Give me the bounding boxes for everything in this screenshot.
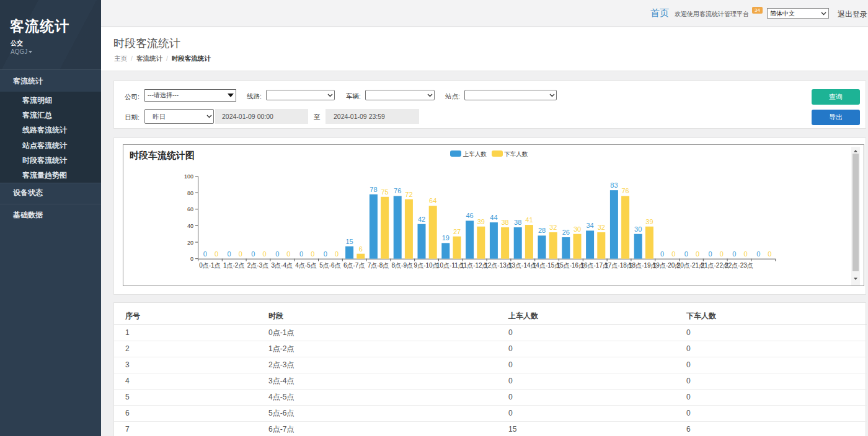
svg-text:60: 60 — [187, 206, 193, 212]
svg-text:26: 26 — [562, 229, 570, 236]
svg-text:0点-1点: 0点-1点 — [199, 262, 220, 269]
svg-text:0: 0 — [324, 250, 327, 258]
svg-text:83: 83 — [610, 181, 618, 189]
svg-text:76: 76 — [621, 187, 629, 194]
svg-text:34: 34 — [586, 222, 593, 229]
svg-text:38: 38 — [514, 219, 521, 226]
svg-text:27: 27 — [453, 228, 461, 235]
svg-text:0: 0 — [671, 250, 675, 258]
svg-text:0: 0 — [335, 250, 339, 258]
svg-text:0: 0 — [311, 250, 314, 258]
svg-text:6: 6 — [359, 245, 363, 253]
svg-text:2点-3点: 2点-3点 — [247, 262, 268, 269]
svg-text:76: 76 — [394, 187, 401, 194]
svg-text:0: 0 — [768, 250, 771, 258]
svg-text:44: 44 — [490, 214, 497, 221]
svg-text:0: 0 — [720, 250, 724, 258]
svg-text:41: 41 — [525, 216, 533, 224]
svg-text:0: 0 — [275, 250, 279, 258]
svg-text:0: 0 — [228, 250, 231, 258]
svg-text:0: 0 — [263, 250, 267, 258]
svg-text:0: 0 — [709, 250, 712, 258]
svg-text:78: 78 — [370, 186, 377, 193]
svg-text:0: 0 — [239, 250, 242, 258]
svg-text:20: 20 — [187, 240, 193, 246]
svg-text:3点-4点: 3点-4点 — [272, 262, 293, 269]
svg-text:22点-23点: 22点-23点 — [725, 262, 753, 269]
svg-text:80: 80 — [187, 190, 193, 196]
svg-text:72: 72 — [405, 191, 412, 198]
svg-text:7点-8点: 7点-8点 — [368, 262, 389, 269]
svg-text:75: 75 — [381, 188, 388, 196]
svg-text:0: 0 — [251, 250, 255, 258]
svg-text:28: 28 — [538, 227, 546, 234]
svg-text:5点-6点: 5点-6点 — [319, 262, 340, 269]
svg-text:19: 19 — [442, 234, 450, 242]
svg-text:0: 0 — [215, 250, 218, 258]
svg-text:0: 0 — [744, 250, 748, 258]
svg-text:0: 0 — [203, 250, 207, 258]
svg-text:39: 39 — [477, 218, 485, 225]
svg-text:6点-7点: 6点-7点 — [343, 262, 365, 269]
svg-text:15: 15 — [345, 238, 353, 245]
svg-text:0: 0 — [660, 250, 664, 258]
svg-text:0: 0 — [696, 250, 699, 258]
svg-text:8点-9点: 8点-9点 — [392, 262, 413, 269]
svg-text:42: 42 — [418, 216, 425, 223]
svg-text:39: 39 — [645, 218, 653, 225]
svg-text:40: 40 — [187, 223, 193, 229]
svg-text:64: 64 — [429, 197, 436, 204]
svg-text:46: 46 — [466, 212, 473, 219]
svg-text:100: 100 — [184, 173, 193, 180]
svg-text:0: 0 — [732, 250, 736, 258]
svg-text:30: 30 — [634, 225, 642, 233]
svg-text:38: 38 — [501, 219, 508, 226]
svg-text:32: 32 — [549, 224, 557, 231]
svg-text:0: 0 — [684, 250, 688, 258]
svg-text:0: 0 — [299, 250, 303, 258]
svg-text:30: 30 — [574, 225, 581, 233]
svg-text:1点-2点: 1点-2点 — [223, 262, 244, 269]
svg-text:0: 0 — [286, 250, 290, 258]
svg-text:32: 32 — [598, 224, 605, 231]
svg-text:4点-5点: 4点-5点 — [295, 262, 316, 269]
svg-text:0: 0 — [190, 256, 193, 262]
svg-text:9点-10点: 9点-10点 — [414, 262, 439, 269]
svg-text:0: 0 — [756, 250, 760, 258]
